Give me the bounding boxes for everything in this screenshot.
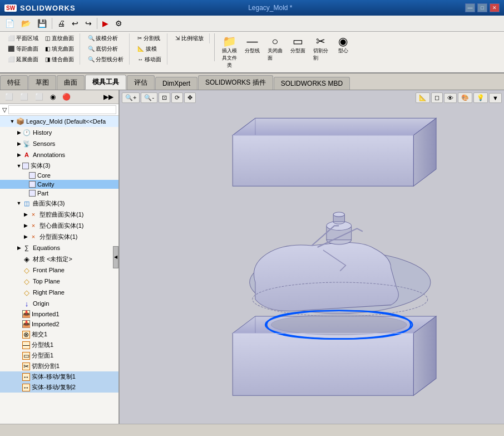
maximize-button[interactable]: □ (477, 3, 487, 12)
tree-item-move-copy2[interactable]: ↔ 实体-移动/复制2 (0, 382, 118, 393)
undercut-analysis-button[interactable]: 🔍 底切分析 (86, 44, 126, 54)
3d-viewport[interactable]: 🔍+ 🔍- ⊡ ⟳ ✥ 📐 ◻ 👁 🎨 💡 ▼ (120, 90, 504, 424)
cut-split-button[interactable]: ✂ 切割分割 (310, 33, 331, 63)
window-title: Legacy_Mold * (248, 4, 292, 12)
sidebar-collapse-handle[interactable]: ◀ (113, 246, 118, 268)
appearance-button[interactable]: 🎨 (458, 92, 472, 103)
scene-button[interactable]: 💡 (473, 92, 488, 103)
fill-surface-button[interactable]: ◧ 填充曲面 (43, 44, 76, 54)
tree-arrow-front-plane (16, 267, 22, 273)
sidebar-expand-button[interactable]: ▶▶ (101, 91, 116, 102)
move-face-button[interactable]: ↔ 移动面 (135, 55, 164, 65)
sidebar-tb-btn-3[interactable]: ⬜ (32, 91, 46, 102)
tree-label-cut-split1: 切割分割1 (32, 362, 60, 370)
offset-surface-button[interactable]: ⬛ 等距曲面 (6, 44, 41, 54)
rotate-button[interactable]: ⟳ (171, 92, 183, 103)
pan-button[interactable]: ✥ (184, 92, 196, 103)
tree-item-core[interactable]: Core (0, 171, 118, 180)
tree-item-solids[interactable]: ▼ 实体(3) (0, 160, 118, 171)
tree-item-equations[interactable]: ▶ ∑ Equations (0, 242, 118, 253)
close-button[interactable]: ✕ (490, 3, 500, 12)
view-orient-button[interactable]: 📐 (416, 92, 430, 103)
print-button[interactable]: 🖨 (55, 18, 68, 29)
tab-solidworks-plugins[interactable]: SOLIDWORKS 插件 (198, 75, 273, 90)
display-style-button[interactable]: ◻ (431, 92, 443, 103)
app-wrapper: SW SOLIDWORKS Legacy_Mold * — □ ✕ 📄 📂 💾 … (0, 0, 504, 436)
save-button[interactable]: 💾 (34, 18, 50, 29)
tree-item-cut-split1[interactable]: ✂ 切割分割1 (0, 361, 118, 371)
redo-button[interactable]: ↪ (82, 18, 95, 29)
tree-item-material[interactable]: ◈ 材质 <未指定> (0, 253, 118, 264)
tab-mold-tools[interactable]: 模具工具 (85, 75, 126, 90)
options-button[interactable]: ⚙ (112, 18, 125, 29)
tree-item-surface-solids[interactable]: ▼ ◫ 曲面实体(3) (0, 198, 118, 209)
zoom-fit-button[interactable]: ⊡ (159, 92, 170, 103)
tree-item-intersect1[interactable]: ⊗ 相交1 (0, 329, 118, 340)
close-surface-button[interactable]: ○ 关闭曲面 (265, 33, 285, 63)
tree-arrow-mold-1: ▶ (22, 211, 29, 218)
tree-item-front-plane[interactable]: ◇ Front Plane (0, 264, 118, 276)
sidebar-tb-btn-4[interactable]: ◉ (47, 91, 58, 102)
tab-features[interactable]: 特征 (0, 75, 28, 90)
zoom-in-button[interactable]: 🔍+ (122, 92, 140, 103)
tree-label-surface-solids: 曲面实体(3) (33, 199, 65, 208)
ruled-surface-button[interactable]: ◫ 直纹曲面 (43, 33, 76, 43)
separator-2 (97, 18, 97, 29)
tree-item-mold-surface-2[interactable]: ▶ × 型心曲面实体(1) (0, 220, 118, 231)
insert-mold-file-button[interactable]: 📁 插入模具文件类 (219, 33, 240, 71)
tree-item-mold-surface-3[interactable]: ▶ × 分型面实体(1) (0, 231, 118, 242)
main-ribbon: ⬜ 平面区域 ⬛ 等距曲面 ⬜ 延展曲面 ◫ 直纹曲面 ◧ 填充曲面 ◨ 缝合曲… (0, 32, 504, 74)
model-viewport-area[interactable] (120, 107, 504, 424)
new-file-button[interactable]: 📄 (2, 18, 17, 29)
tree-item-parting-surface1[interactable]: ▭ 分型面1 (0, 350, 118, 361)
tree-arrow-imported1 (16, 311, 22, 317)
tree-item-imported2[interactable]: 📥 Imported2 (0, 319, 118, 329)
knit-surface-button[interactable]: ◨ 缝合曲面 (43, 55, 76, 65)
draft-button[interactable]: 📐 拔模 (135, 44, 164, 54)
scale-button[interactable]: ⇲ 比例缩放 (173, 33, 206, 43)
parting-surface-button[interactable]: ▭ 分型面 (288, 33, 308, 56)
parting-line-button[interactable]: ✂ 分割线 (135, 33, 164, 43)
tab-sketch[interactable]: 草图 (28, 75, 56, 90)
analysis-btns: 🔍 拔模分析 🔍 底切分析 🔍 分型线分析 (86, 33, 126, 65)
tree-item-imported1[interactable]: 📥 Imported1 (0, 309, 118, 319)
separator-1 (52, 18, 52, 29)
hide-show-button[interactable]: 👁 (444, 93, 457, 103)
undo-button[interactable]: ↩ (69, 18, 81, 29)
rebuild-button[interactable]: ▶ (100, 18, 111, 29)
tree-item-right-plane[interactable]: ◇ Right Plane (0, 287, 118, 298)
parting-line-big-button[interactable]: — 分型线 (242, 33, 263, 56)
sidebar-tb-btn-1[interactable]: ⬜ (2, 91, 16, 102)
tree-item-sensors[interactable]: ▶ 📡 Sensors (0, 138, 118, 149)
tree-item-cavity[interactable]: Cavity (0, 180, 118, 189)
front-plane-icon: ◇ (22, 266, 31, 275)
flat-surface-button[interactable]: ⬜ 平面区域 (6, 33, 41, 43)
tab-evaluate[interactable]: 评估 (127, 75, 155, 90)
tab-dimxpert[interactable]: DimXpert (155, 77, 197, 90)
tree-item-root[interactable]: ▼ 📦 Legacy_Mold (Default<<Defa (0, 116, 118, 127)
zoom-out-button[interactable]: 🔍- (141, 92, 157, 103)
extend-surface-button[interactable]: ⬜ 延展曲面 (6, 55, 41, 65)
core-button[interactable]: ◉ 型心 (333, 33, 353, 56)
tree-item-history[interactable]: ▶ 🕐 History (0, 127, 118, 138)
parting-analysis-button[interactable]: 🔍 分型线分析 (86, 55, 126, 65)
sidebar-tb-btn-2[interactable]: ⬜ (17, 91, 31, 102)
material-icon: ◈ (22, 254, 31, 263)
ribbon-group-analysis: 🔍 拔模分析 🔍 底切分析 🔍 分型线分析 (82, 33, 130, 65)
minimize-button[interactable]: — (465, 3, 475, 12)
draft-analysis-button[interactable]: 🔍 拔模分析 (86, 33, 126, 43)
tree-item-part[interactable]: Part (0, 189, 118, 198)
open-file-button[interactable]: 📂 (18, 18, 33, 29)
tree-filter-input[interactable] (8, 105, 116, 114)
tree-item-annotations[interactable]: ▶ A Annotations (0, 149, 118, 160)
tree-item-move-copy1[interactable]: ↔ 实体-移动/复制1 (0, 371, 118, 382)
tab-solidworks-mbd[interactable]: SOLIDWORKS MBD (274, 77, 350, 90)
tree-arrow-intersect1 (16, 331, 22, 338)
more-options-button[interactable]: ▼ (489, 93, 502, 103)
tree-item-top-plane[interactable]: ◇ Top Plane (0, 276, 118, 287)
tree-item-parting-line1[interactable]: — 分型线1 (0, 340, 118, 350)
tab-surface[interactable]: 曲面 (57, 75, 85, 90)
tree-item-mold-surface-1[interactable]: ▶ × 型腔曲面实体(1) (0, 209, 118, 220)
sidebar-tb-btn-5[interactable]: 🔴 (60, 91, 73, 102)
tree-item-origin[interactable]: ↓ Origin (0, 298, 118, 309)
